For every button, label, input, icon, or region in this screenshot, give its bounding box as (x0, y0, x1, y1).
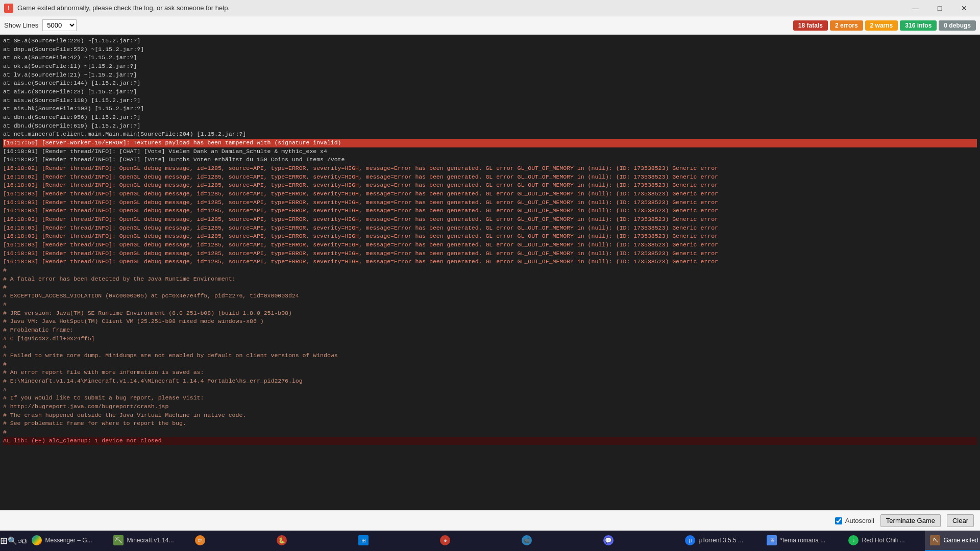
autoscroll-checkbox[interactable] (835, 517, 842, 524)
taskbar-app-discord[interactable]: 💬 (598, 531, 680, 551)
cortana-icon: ○ (17, 537, 21, 545)
red-circle-icon: ● (440, 535, 450, 545)
log-line: at ok.a(SourceFile:11) ~[1.15.2.jar:?] (3, 62, 977, 71)
log-line: # A fatal error has been detected by the… (3, 275, 977, 284)
log-line: [16:18:03] [Render thread/INFO]: OpenGL … (3, 224, 977, 233)
log-line: # Java VM: Java HotSpot(TM) Client VM (2… (3, 317, 977, 326)
start-button[interactable]: ⊞ (0, 531, 8, 551)
ms-icon: ⊞ (358, 535, 369, 545)
taskbar-app-store[interactable]: 🛍 (190, 531, 272, 551)
log-line: [16:18:03] [Render thread/INFO]: OpenGL … (3, 258, 977, 266)
log-line: at ais.bk(SourceFile:103) [1.15.2.jar:?] (3, 105, 977, 113)
task-view-icon: ⧉ (21, 537, 27, 545)
log-line: # (3, 343, 977, 352)
log-line: at dbn.d(SourceFile:956) [1.15.2.jar:?] (3, 113, 977, 122)
log-line: at ok.a(SourceFile:42) ~[1.15.2.jar:?] (3, 54, 977, 62)
log-line: [16:18:01] [Render thread/INFO]: [CHAT] … (3, 147, 977, 156)
log-line: # EXCEPTION_ACCESS_VIOLATION (0xc0000005… (3, 292, 977, 300)
store-icon: 🛍 (195, 535, 205, 545)
discord-icon: 💬 (603, 535, 614, 545)
search-icon: 🔍 (8, 536, 17, 545)
log-line: # (3, 300, 977, 309)
log-line: # (3, 283, 977, 292)
log-line: at SE.a(SourceFile:220) ~[1.15.2.jar:?] (3, 37, 977, 45)
maximize-button[interactable]: □ (928, 0, 951, 16)
fatals-badge[interactable]: 18 fatals (793, 20, 828, 31)
log-line: # (3, 360, 977, 369)
close-button[interactable]: ✕ (952, 0, 976, 16)
infos-badge[interactable]: 316 infos (900, 20, 937, 31)
app-icon: ! (4, 4, 13, 13)
cortana-button[interactable]: ○ (17, 531, 21, 551)
show-lines-select[interactable]: 5000 1000 2000 10000 (42, 19, 77, 31)
taskbar: ⊞ 🔍 ○ ⧉ Messenger – G... ⛏ Minecraft.v1.… (0, 531, 980, 551)
taskbar-app-video[interactable]: 📹 (517, 531, 598, 551)
log-line: # Problematic frame: (3, 326, 977, 335)
taskbar-app-label-minecraft-launcher: Minecraft.v1.14... (127, 537, 174, 544)
clear-button[interactable]: Clear (947, 514, 974, 527)
taskbar-app-red-circle[interactable]: ● (435, 531, 517, 551)
game-exited-icon: ⛏ (930, 535, 940, 545)
log-line: # An error report file with more informa… (3, 368, 977, 377)
taskbar-apps: Messenger – G... ⛏ Minecraft.v1.14... 🛍 … (27, 531, 980, 551)
log-line: at dbn.d(SourceFile:619) [1.15.2.jar:?] (3, 122, 977, 131)
tema-icon: 🖥 (767, 535, 777, 545)
utorrent-icon: μ (685, 535, 695, 545)
log-line: # (3, 266, 977, 275)
errors-badge[interactable]: 2 errors (830, 20, 863, 31)
messenger-icon (32, 535, 42, 545)
taskbar-app-label-utorrent: µTorrent 3.5.5 ... (698, 537, 743, 544)
video-icon: 📹 (522, 535, 532, 545)
log-area[interactable]: at SE.a(SourceFile:220) ~[1.15.2.jar:?] … (0, 35, 980, 510)
log-line: [16:18:03] [Render thread/INFO]: OpenGL … (3, 215, 977, 224)
debugs-badge[interactable]: 0 debugs (939, 20, 976, 31)
taskbar-app-label-messenger: Messenger – G... (45, 537, 92, 544)
log-line: at lv.a(SourceFile:21) ~[1.15.2.jar:?] (3, 71, 977, 80)
terminate-button[interactable]: Terminate Game (880, 514, 941, 527)
autoscroll-label: Autoscroll (845, 517, 874, 524)
log-line: [16:18:02] [Render thread/INFO]: OpenGL … (3, 164, 977, 173)
log-line: [16:18:03] [Render thread/INFO]: OpenGL … (3, 249, 977, 258)
taskbar-app-messenger[interactable]: Messenger – G... (27, 531, 108, 551)
taskbar-app-label-spotify: Red Hot Chili ... (862, 537, 904, 544)
warns-badge[interactable]: 2 warns (865, 20, 898, 31)
taskbar-app-game-exited[interactable]: ⛏ Game exited a... (925, 531, 980, 551)
log-line: [16:18:02] [Render thread/INFO]: [CHAT] … (3, 156, 977, 164)
bottom-bar: Autoscroll Terminate Game Clear (0, 510, 980, 531)
log-line: AL lib: (EE) alc_cleanup: 1 device not c… (3, 437, 977, 445)
log-line: # The crash happened outside the Java Vi… (3, 411, 977, 420)
log-line: # C [ig9icd32.dll+0x24ff5] (3, 335, 977, 343)
taskbar-app-ms[interactable]: ⊞ (353, 531, 435, 551)
window-controls: — □ ✕ (903, 0, 976, 16)
title-bar-text: Game exited abnormally, please check the… (17, 4, 230, 12)
log-line: at net.minecraft.client.main.Main.main(S… (3, 130, 977, 139)
log-line: [16:18:03] [Render thread/INFO]: OpenGL … (3, 198, 977, 207)
toolbar: Show Lines 5000 1000 2000 10000 18 fatal… (0, 16, 980, 35)
title-bar-left: ! Game exited abnormally, please check t… (4, 4, 230, 13)
title-bar: ! Game exited abnormally, please check t… (0, 0, 980, 16)
task-view-button[interactable]: ⧉ (21, 531, 27, 551)
badge-container: 18 fatals 2 errors 2 warns 316 infos 0 d… (793, 20, 976, 31)
snake-icon: 🐍 (277, 535, 287, 545)
log-line: at ais.w(SourceFile:118) [1.15.2.jar:?] (3, 96, 977, 105)
taskbar-app-label-tema: *tema romana ... (780, 537, 825, 544)
taskbar-app-label-game-exited: Game exited a... (943, 537, 980, 544)
log-line: # E:\Minecraft.v1.14.4\Minecraft.v1.14.4… (3, 377, 977, 386)
minecraft-launcher-icon: ⛏ (113, 535, 124, 545)
taskbar-app-minecraft-launcher[interactable]: ⛏ Minecraft.v1.14... (108, 531, 190, 551)
log-line: [16:18:03] [Render thread/INFO]: OpenGL … (3, 232, 977, 241)
taskbar-app-tema[interactable]: 🖥 *tema romana ... (762, 531, 843, 551)
windows-icon: ⊞ (0, 535, 8, 546)
log-line: # JRE version: Java(TM) SE Runtime Envir… (3, 309, 977, 318)
log-line: # (3, 386, 977, 394)
log-line: at dnp.a(SourceFile:552) ~[1.15.2.jar:?] (3, 45, 977, 54)
log-line: at ais.c(SourceFile:144) [1.15.2.jar:?] (3, 79, 977, 88)
show-lines-label: Show Lines (4, 21, 38, 29)
taskbar-app-snake[interactable]: 🐍 (272, 531, 353, 551)
taskbar-app-spotify[interactable]: ♪ Red Hot Chili ... (843, 531, 925, 551)
log-line: at aiw.c(SourceFile:23) [1.15.2.jar:?] (3, 88, 977, 96)
log-line: # (3, 428, 977, 437)
minimize-button[interactable]: — (903, 0, 927, 16)
search-button[interactable]: 🔍 (8, 531, 17, 551)
taskbar-app-utorrent[interactable]: μ µTorrent 3.5.5 ... (680, 531, 762, 551)
